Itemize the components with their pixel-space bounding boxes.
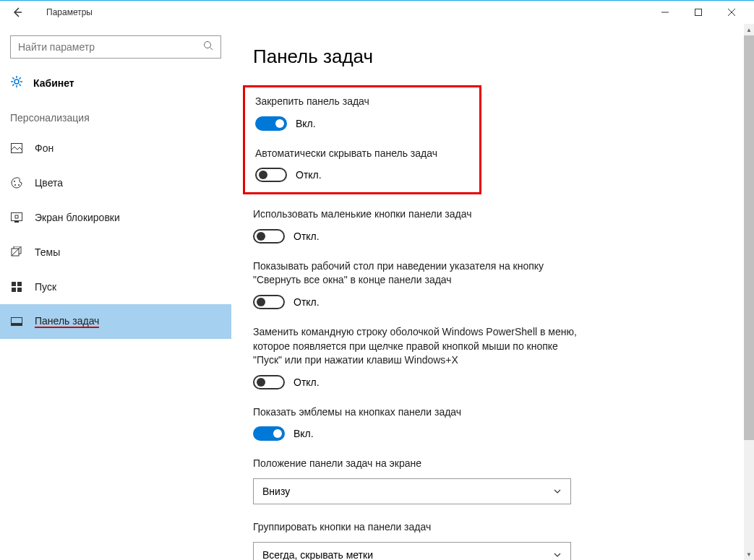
svg-point-6 — [18, 184, 20, 186]
sidebar-item-colors[interactable]: Цвета — [0, 165, 231, 200]
svg-rect-7 — [12, 213, 22, 221]
svg-point-5 — [14, 184, 16, 186]
svg-rect-12 — [17, 282, 22, 286]
scroll-thumb[interactable] — [744, 35, 754, 440]
svg-rect-13 — [12, 288, 16, 292]
toggle-state-text: Откл. — [294, 231, 320, 242]
lockscreen-icon — [10, 212, 23, 223]
svg-point-4 — [14, 181, 15, 182]
nav-label: Темы — [35, 246, 60, 258]
start-icon — [10, 282, 23, 292]
arrow-left-icon — [12, 7, 23, 18]
setting-peek-desktop: Показывать рабочий стол при наведении ук… — [253, 259, 578, 309]
themes-icon — [10, 246, 23, 258]
dropdown-taskbar-location[interactable]: Внизу — [253, 478, 571, 504]
nav-label: Панель задач — [35, 315, 99, 328]
sidebar-item-taskbar[interactable]: Панель задач — [0, 304, 231, 339]
scroll-down-arrow[interactable]: ▼ — [744, 548, 754, 560]
sidebar-item-lockscreen[interactable]: Экран блокировки — [0, 200, 231, 235]
svg-rect-11 — [12, 282, 16, 286]
scrollbar[interactable]: ▲ ▼ — [744, 24, 754, 560]
toggle-state-text: Откл. — [294, 296, 320, 308]
back-button[interactable] — [6, 1, 29, 24]
sidebar-item-start[interactable]: Пуск — [0, 270, 231, 304]
toggle-state-text: Вкл. — [296, 118, 316, 129]
toggle-badges[interactable] — [253, 426, 285, 441]
setting-powershell: Заменить командную строку оболочкой Wind… — [253, 325, 578, 389]
toggle-state-text: Откл. — [296, 169, 322, 181]
setting-label: Автоматически скрывать панель задач — [255, 147, 469, 161]
minimize-icon — [661, 9, 669, 16]
setting-badges: Показать эмблемы на кнопках панели задач… — [253, 405, 578, 441]
dropdown-value: Внизу — [262, 486, 290, 497]
close-icon — [728, 9, 735, 16]
toggle-small-buttons[interactable] — [253, 229, 285, 244]
nav-label: Фон — [35, 142, 53, 154]
nav-label: Экран блокировки — [35, 212, 120, 223]
setting-taskbar-location: Положение панели задач на экране Внизу — [253, 457, 578, 504]
toggle-state-text: Откл. — [294, 376, 320, 388]
toggle-lock-taskbar[interactable] — [255, 116, 287, 131]
setting-small-buttons: Использовать маленькие кнопки панели зад… — [253, 207, 578, 244]
svg-rect-0 — [695, 9, 702, 16]
home-label: Кабинет — [33, 77, 74, 89]
svg-point-1 — [205, 42, 211, 48]
minimize-button[interactable] — [648, 1, 682, 24]
sidebar-item-themes[interactable]: Темы — [0, 235, 231, 270]
setting-label: Заменить командную строку оболочкой Wind… — [253, 325, 578, 368]
chevron-down-icon — [553, 551, 562, 559]
svg-rect-14 — [17, 288, 22, 292]
setting-label: Закрепить панель задач — [255, 95, 469, 109]
gear-icon — [10, 75, 23, 91]
toggle-state-text: Вкл. — [294, 428, 314, 439]
setting-label: Положение панели задач на экране — [253, 457, 578, 471]
palette-icon — [10, 177, 23, 189]
sidebar-item-background[interactable]: Фон — [0, 131, 231, 165]
svg-rect-9 — [15, 215, 18, 218]
setting-combine-buttons: Группировать кнопки на панели задач Всег… — [253, 520, 578, 560]
setting-lock-taskbar: Закрепить панель задач Вкл. — [255, 95, 469, 131]
dropdown-value: Всегда, скрывать метки — [262, 549, 373, 560]
nav-label: Пуск — [35, 281, 56, 293]
home-row[interactable]: Кабинет — [0, 69, 231, 98]
window-title: Параметры — [46, 7, 93, 17]
toggle-powershell[interactable] — [253, 375, 285, 389]
main-content: Панель задач Закрепить панель задач Вкл.… — [231, 24, 754, 560]
maximize-icon — [695, 9, 702, 16]
setting-autohide: Автоматически скрывать панель задач Откл… — [255, 147, 469, 183]
window-controls — [648, 1, 748, 24]
toggle-autohide[interactable] — [255, 168, 287, 182]
chevron-down-icon — [553, 487, 562, 496]
category-label: Персонализация — [0, 98, 231, 131]
search-box[interactable] — [10, 35, 221, 59]
maximize-button[interactable] — [682, 1, 715, 24]
setting-label: Показать эмблемы на кнопках панели задач — [253, 405, 578, 420]
svg-point-2 — [14, 79, 19, 84]
page-title: Панель задач — [253, 46, 732, 68]
taskbar-icon — [10, 317, 23, 326]
scroll-up-arrow[interactable]: ▲ — [744, 24, 754, 35]
svg-rect-16 — [12, 323, 22, 326]
sidebar: Кабинет Персонализация Фон Цвета Экран б… — [0, 24, 231, 560]
highlight-annotation: Закрепить панель задач Вкл. Автоматическ… — [243, 85, 481, 194]
setting-label: Показывать рабочий стол при наведении ук… — [253, 259, 578, 288]
picture-icon — [10, 143, 23, 153]
search-icon — [203, 40, 213, 53]
search-input[interactable] — [18, 41, 203, 53]
setting-label: Группировать кнопки на панели задач — [253, 520, 578, 535]
close-button[interactable] — [715, 1, 748, 24]
dropdown-combine-buttons[interactable]: Всегда, скрывать метки — [253, 542, 571, 560]
setting-label: Использовать маленькие кнопки панели зад… — [253, 207, 578, 222]
nav-label: Цвета — [35, 177, 63, 189]
toggle-peek-desktop[interactable] — [253, 295, 285, 309]
titlebar: Параметры — [0, 1, 754, 24]
svg-rect-8 — [14, 221, 19, 223]
